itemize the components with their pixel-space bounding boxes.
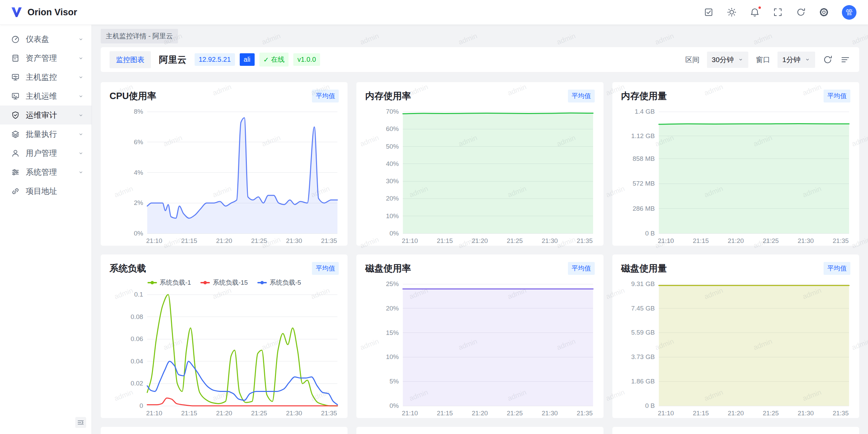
host-info: 监控图表 阿里云 12.92.5.21 ali ✓在线 v1.0.0 bbox=[110, 51, 320, 68]
sidebar-item-label: 仪表盘 bbox=[26, 34, 78, 44]
chart-card-memory-amount: 内存使用量平均值 0 B286 MB572 MB858 MB1.12 GB1.4… bbox=[612, 82, 859, 246]
sidebar-item-host-monitor[interactable]: 主机监控 bbox=[0, 68, 92, 87]
svg-text:21:10: 21:10 bbox=[658, 237, 674, 244]
window-value: 1分钟 bbox=[782, 55, 801, 64]
svg-text:0%: 0% bbox=[390, 230, 399, 237]
legend-label: 系统负载-5 bbox=[270, 278, 301, 287]
chart-legend[interactable]: 系统负载-1系统负载-15系统负载-5 bbox=[101, 278, 348, 287]
svg-text:1.4 GB: 1.4 GB bbox=[635, 108, 655, 115]
chart-card-load: 系统负载平均值 系统负载-1系统负载-15系统负载-5 00.020.040.0… bbox=[101, 254, 348, 418]
theme-sun-icon[interactable] bbox=[727, 7, 737, 17]
link-icon bbox=[11, 187, 20, 196]
chevron-down-icon bbox=[78, 74, 84, 80]
svg-text:21:10: 21:10 bbox=[658, 410, 674, 417]
sidebar-item-label: 用户管理 bbox=[26, 148, 78, 158]
avg-badge[interactable]: 平均值 bbox=[824, 262, 850, 275]
user-icon bbox=[11, 149, 20, 158]
legend-item[interactable]: 系统负载-5 bbox=[257, 278, 301, 287]
sidebar-item-assets[interactable]: 资产管理 bbox=[0, 49, 92, 68]
window-select[interactable]: 1分钟 bbox=[777, 52, 815, 68]
user-avatar[interactable]: 管 bbox=[842, 5, 856, 20]
svg-text:21:15: 21:15 bbox=[437, 410, 453, 417]
sidebar-item-batch-exec[interactable]: 批量执行 bbox=[0, 125, 92, 144]
svg-text:40%: 40% bbox=[386, 160, 399, 167]
sidebar-item-label: 运维审计 bbox=[26, 110, 78, 120]
chart-title: 内存使用率 bbox=[365, 90, 411, 102]
legend-marker bbox=[147, 282, 157, 283]
svg-text:21:35: 21:35 bbox=[577, 237, 593, 244]
refresh-icon[interactable] bbox=[796, 7, 806, 17]
chevron-down-icon bbox=[78, 112, 84, 118]
svg-text:21:20: 21:20 bbox=[472, 237, 488, 244]
system-icon bbox=[11, 168, 20, 177]
legend-label: 系统负载-15 bbox=[213, 278, 248, 287]
svg-text:21:10: 21:10 bbox=[146, 237, 162, 244]
svg-text:21:30: 21:30 bbox=[542, 410, 558, 417]
sidebar-item-label: 主机监控 bbox=[26, 72, 78, 82]
legend-label: 系统负载-1 bbox=[160, 278, 191, 287]
svg-text:21:35: 21:35 bbox=[321, 237, 337, 244]
sidebar-item-system[interactable]: 系统管理 bbox=[0, 163, 92, 182]
svg-text:7.45 GB: 7.45 GB bbox=[631, 305, 655, 312]
svg-text:0 B: 0 B bbox=[645, 402, 655, 409]
app-logo[interactable]: Orion Visor bbox=[10, 6, 77, 19]
check-square-icon[interactable] bbox=[704, 7, 714, 17]
svg-text:21:35: 21:35 bbox=[832, 410, 849, 417]
svg-text:10%: 10% bbox=[386, 353, 399, 360]
breadcrumb-tag[interactable]: 主机监控详情 - 阿里云 bbox=[101, 29, 178, 43]
refresh-charts-button[interactable] bbox=[823, 55, 833, 65]
sidebar-item-label: 主机运维 bbox=[26, 91, 78, 101]
svg-text:21:20: 21:20 bbox=[728, 237, 744, 244]
legend-item[interactable]: 系统负载-15 bbox=[200, 278, 248, 287]
svg-text:21:15: 21:15 bbox=[181, 410, 197, 417]
toolbar-controls: 区间 30分钟 窗口 1分钟 bbox=[685, 52, 850, 68]
sidebar-item-label: 资产管理 bbox=[26, 53, 78, 63]
chevron-down-icon bbox=[738, 57, 744, 62]
range-select[interactable]: 30分钟 bbox=[707, 52, 748, 68]
window-label: 窗口 bbox=[756, 55, 770, 64]
avg-badge[interactable]: 平均值 bbox=[312, 90, 339, 102]
svg-text:21:30: 21:30 bbox=[286, 410, 302, 417]
breadcrumb: 主机监控详情 - 阿里云 bbox=[101, 25, 859, 47]
header-actions: 管 bbox=[704, 5, 856, 20]
host-ip-tag[interactable]: 12.92.5.21 bbox=[195, 53, 235, 66]
chevron-down-icon bbox=[78, 150, 84, 156]
sidebar-collapse-button[interactable] bbox=[75, 417, 86, 428]
app-root: Orion Visor 管 bbox=[0, 0, 868, 434]
svg-text:2%: 2% bbox=[134, 199, 143, 206]
svg-text:21:10: 21:10 bbox=[146, 410, 162, 417]
sidebar-item-host-ops[interactable]: 主机运维 bbox=[0, 87, 92, 106]
svg-text:0%: 0% bbox=[390, 402, 399, 409]
svg-text:0.02: 0.02 bbox=[131, 380, 143, 387]
chart-title: 系统负载 bbox=[110, 262, 146, 275]
sidebar-item-ops-audit[interactable]: 运维审计 bbox=[0, 106, 92, 125]
avg-badge[interactable]: 平均值 bbox=[568, 90, 595, 102]
avg-badge[interactable]: 平均值 bbox=[824, 90, 850, 102]
svg-text:21:10: 21:10 bbox=[402, 410, 418, 417]
legend-item[interactable]: 系统负载-1 bbox=[147, 278, 191, 287]
avg-badge[interactable]: 平均值 bbox=[312, 262, 339, 275]
svg-text:21:30: 21:30 bbox=[797, 410, 814, 417]
chart-layout-menu-button[interactable] bbox=[840, 55, 850, 65]
chevron-down-icon bbox=[78, 169, 84, 175]
svg-text:10%: 10% bbox=[386, 212, 399, 220]
svg-text:21:15: 21:15 bbox=[181, 237, 197, 244]
svg-text:21:20: 21:20 bbox=[472, 410, 488, 417]
svg-text:15%: 15% bbox=[386, 329, 399, 336]
notification-bell-icon[interactable] bbox=[750, 7, 760, 17]
app-title: Orion Visor bbox=[27, 7, 77, 18]
logo-v-icon bbox=[10, 6, 23, 19]
sidebar-item-users[interactable]: 用户管理 bbox=[0, 144, 92, 163]
disk-usage-percent-chart: 0%5%10%15%20%25%21:1021:1521:2021:2521:3… bbox=[356, 275, 603, 418]
monitor-chart-button[interactable]: 监控图表 bbox=[110, 51, 151, 68]
avg-badge[interactable]: 平均值 bbox=[568, 262, 595, 275]
charts-grid: CPU使用率平均值 0%2%4%6%8%21:1021:1521:2021:25… bbox=[101, 82, 859, 434]
system-load-chart: 00.020.040.060.080.121:1021:1521:2021:25… bbox=[101, 275, 348, 418]
sidebar-item-project-link[interactable]: 项目地址 bbox=[0, 182, 92, 201]
sidebar-item-dashboard[interactable]: 仪表盘 bbox=[0, 30, 92, 49]
fullscreen-icon[interactable] bbox=[773, 7, 783, 17]
cpu-usage-chart: 0%2%4%6%8%21:1021:1521:2021:2521:3021:35 bbox=[101, 102, 348, 246]
svg-text:5%: 5% bbox=[390, 378, 399, 385]
svg-text:0.06: 0.06 bbox=[131, 335, 143, 342]
settings-gear-icon[interactable] bbox=[819, 7, 829, 17]
